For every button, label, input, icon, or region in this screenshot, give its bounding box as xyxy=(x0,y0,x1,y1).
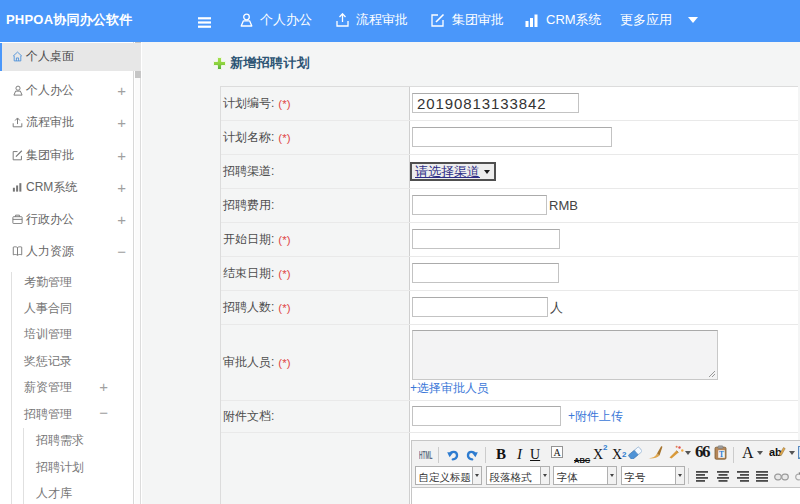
svg-text:T: T xyxy=(719,450,724,459)
svg-text:ab: ab xyxy=(769,446,782,458)
